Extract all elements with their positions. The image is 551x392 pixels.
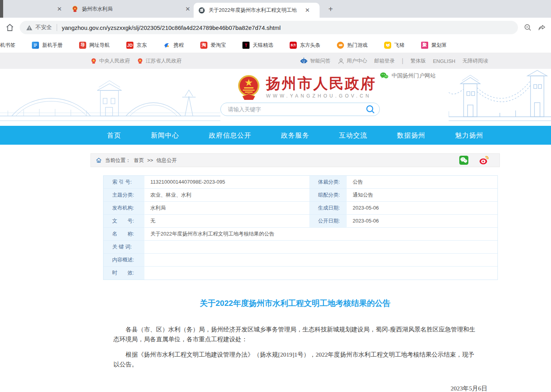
meta-label: 时 效:: [104, 267, 145, 280]
address-bar[interactable]: 不安全 yangzhou.gov.cn/yzszxxgk/slj/202305/…: [20, 21, 518, 34]
meta-label: 主题分类:: [104, 189, 145, 202]
nav-home[interactable]: 首页: [107, 131, 121, 140]
link-label: 用户中心: [347, 57, 367, 64]
tab-title: 扬州市水利局: [82, 6, 180, 13]
table-row: 文 号: 无 公开日期: 2023-05-06: [104, 215, 497, 228]
meta-value: 2023-05-06: [347, 202, 497, 215]
meta-value: 无: [145, 215, 309, 228]
site-favicon-icon: [198, 7, 205, 14]
bookmark-ctrip[interactable]: 携程: [155, 42, 192, 49]
table-row: 时 效:: [104, 267, 497, 280]
site-search: [220, 103, 380, 116]
close-icon[interactable]: ✕: [183, 5, 192, 13]
search-input[interactable]: [228, 106, 365, 112]
bookmark-manual[interactable]: 新机手册: [24, 42, 71, 49]
bookmark-label: 新机手册: [42, 42, 63, 49]
bookmark-juhuasuan[interactable]: 聚 聚划算: [413, 42, 455, 49]
mail-login-link[interactable]: 邮箱登录: [374, 57, 395, 64]
window-edge: [0, 0, 3, 18]
meta-value: 公告: [347, 176, 497, 189]
search-icon[interactable]: [365, 104, 375, 114]
nav-services[interactable]: 政务服务: [281, 131, 309, 140]
traditional-link[interactable]: 繁体版: [410, 57, 426, 64]
meta-value: 水利局: [145, 202, 309, 215]
bookmark-label: 爱淘宝: [211, 42, 226, 49]
tab-active-announcement[interactable]: 关于2022年度扬州市水利工程文明工地 ✕: [194, 3, 320, 18]
eastday-icon: 东方: [290, 42, 297, 49]
bookmark-taobao[interactable]: 淘 爱淘宝: [192, 42, 234, 49]
bookmarks-bar: 机书签 新机手册 导 网址导航 JD 京东 携程 淘 爱淘宝 T 天猫精选 东方…: [0, 37, 551, 53]
breadcrumb-home-link[interactable]: 首页: [134, 157, 144, 164]
share-wechat-icon[interactable]: [459, 155, 469, 165]
bookmark-jd[interactable]: JD 京东: [118, 42, 155, 49]
pig-icon: [384, 42, 391, 49]
bookmark-tmall[interactable]: T 天猫精选: [234, 42, 281, 49]
meta-value: 2023-05-06: [347, 215, 497, 228]
link-jiangsu-gov[interactable]: 江苏省人民政府: [137, 57, 181, 64]
link-label: 无障碍阅读: [462, 57, 488, 64]
tab-water-bureau[interactable]: 扬州市水利局 ✕: [72, 0, 194, 18]
portal-link[interactable]: 中国扬州门户网站: [380, 72, 436, 79]
home-icon[interactable]: [3, 21, 17, 34]
close-icon[interactable]: ✕: [55, 5, 64, 13]
tab-partial[interactable]: ✕: [55, 0, 64, 18]
taobao-icon: 淘: [200, 42, 207, 49]
zoom-out-icon[interactable]: [523, 23, 532, 32]
meta-label: 体裁分类:: [309, 176, 347, 189]
site-logo[interactable]: 扬州市人民政府 WWW.YANGZHOU.GOV.CN: [236, 74, 376, 100]
main-nav: 首页 新闻中心 政府信息公开 政务服务 互动交流 数据扬州 魅力扬州: [0, 126, 551, 145]
table-row: 主题分类: 农业、林业、水利 组配分类: 通知公告: [104, 189, 497, 202]
bookmark-label: 聚划算: [431, 42, 447, 49]
bookmark-label: 飞猪: [394, 42, 405, 49]
close-icon[interactable]: ✕: [303, 6, 312, 15]
meta-value: 11321000014407098E-2023-095: [145, 176, 309, 189]
meta-label: 文 号:: [104, 215, 145, 228]
url-text[interactable]: yangzhou.gov.cn/yzszxxgk/slj/202305/210c…: [62, 24, 281, 31]
nav-charm[interactable]: 魅力扬州: [455, 131, 483, 140]
bookmark-phone[interactable]: 机书签: [0, 42, 24, 49]
portal-label: 中国扬州门户网站: [392, 72, 436, 79]
gov-emblem-icon: [137, 58, 143, 64]
game-icon: [337, 42, 344, 49]
tab-title: 关于2022年度扬州市水利工程文明工地: [209, 7, 303, 14]
robot-icon: [300, 57, 308, 64]
bookmark-eastday[interactable]: 东方 东方头条: [281, 42, 329, 49]
wechat-icon: [380, 72, 388, 79]
bookmark-nav-site[interactable]: 导 网址导航: [71, 42, 118, 49]
link-label: ENGLISH: [433, 58, 455, 64]
english-link[interactable]: ENGLISH: [433, 58, 455, 64]
bookmark-fliggy[interactable]: 飞猪: [376, 42, 413, 49]
meta-label: 组配分类:: [309, 189, 347, 202]
bookmark-label: 京东: [137, 42, 147, 49]
site-nav-icon: 导: [79, 42, 86, 49]
table-row: 发布机构: 水利局 生成日期: 2023-05-06: [104, 202, 497, 215]
new-tab-button[interactable]: +: [325, 4, 336, 15]
article-title: 关于2022年度扬州市水利工程文明工地考核结果的公告: [91, 298, 500, 309]
book-icon: [32, 42, 39, 49]
jd-icon: JD: [126, 42, 133, 49]
breadcrumb-label: 当前位置：: [105, 157, 131, 164]
breadcrumb-current-link[interactable]: 信息公开: [156, 157, 177, 164]
meta-value: 农业、林业、水利: [145, 189, 309, 202]
gov-utility-bar: 中央人民政府 江苏省人民政府 智能问答 用户中心 邮箱登录 | 繁体版: [0, 53, 551, 69]
meta-value: 通知公告: [347, 189, 497, 202]
bookmark-games[interactable]: 热门游戏: [329, 42, 376, 49]
table-row: 内容概述:: [104, 254, 497, 267]
nav-info-disclosure[interactable]: 政府信息公开: [209, 131, 251, 140]
dolphin-icon: [163, 42, 170, 49]
security-chip[interactable]: 不安全: [26, 24, 52, 31]
meta-label: 生成日期:: [309, 202, 347, 215]
gov-emblem-icon: [91, 58, 97, 64]
link-central-gov[interactable]: 中央人民政府: [91, 57, 130, 64]
nav-interaction[interactable]: 互动交流: [339, 131, 367, 140]
accessibility-link[interactable]: 无障碍阅读: [462, 57, 488, 64]
share-icon[interactable]: [538, 23, 546, 32]
smart-qa-link[interactable]: 智能问答: [300, 57, 331, 64]
bookmark-label: 机书签: [0, 42, 15, 49]
meta-value: [145, 267, 497, 280]
share-weibo-icon[interactable]: [479, 155, 489, 165]
user-center-link[interactable]: 用户中心: [338, 57, 367, 64]
nav-data[interactable]: 数据扬州: [397, 131, 425, 140]
meta-label: 关 键 词:: [104, 241, 145, 254]
nav-news[interactable]: 新闻中心: [151, 131, 179, 140]
